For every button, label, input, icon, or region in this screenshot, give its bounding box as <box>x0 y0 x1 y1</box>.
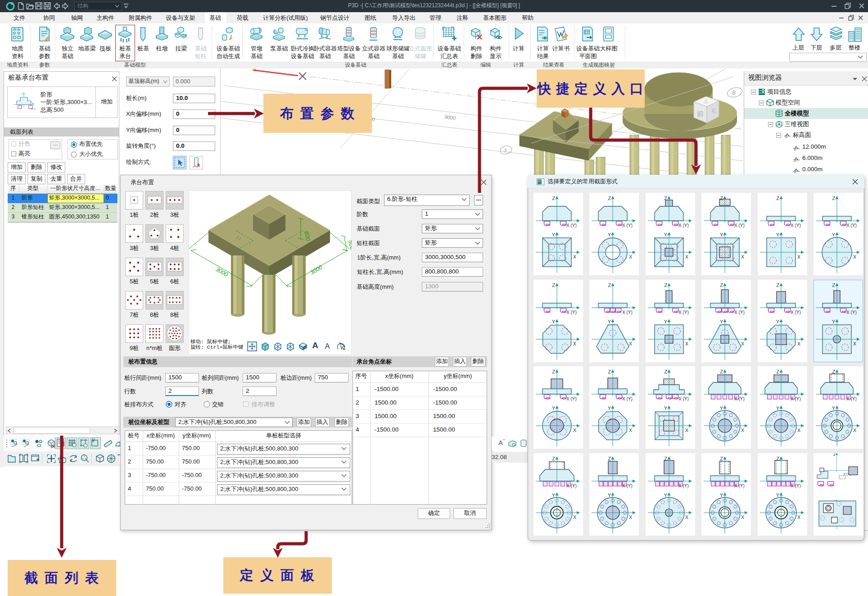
svg-text:X: X <box>685 341 688 346</box>
svg-text:X: X <box>573 428 576 433</box>
svg-text:Z: Z <box>664 456 667 461</box>
svg-text:X: X <box>685 254 688 259</box>
svg-text:X: X <box>797 514 800 520</box>
svg-text:B: B <box>732 90 736 96</box>
svg-text:X: X <box>685 514 688 520</box>
svg-text:X: X <box>573 514 576 520</box>
svg-text:X: X <box>741 254 744 259</box>
svg-text:Z: Z <box>776 456 779 461</box>
svg-text:X (Y): X (Y) <box>791 483 801 488</box>
svg-text:Z: Z <box>664 196 667 201</box>
svg-text:Z: Z <box>833 453 836 457</box>
svg-text:Y: Y <box>720 232 723 237</box>
svg-text:Z: Z <box>776 369 779 374</box>
svg-text:Y: Y <box>776 319 779 324</box>
svg-text:X (Y): X (Y) <box>734 483 745 488</box>
svg-text:Y: Y <box>552 492 555 498</box>
svg-text:X: X <box>573 341 576 346</box>
svg-text:X (Y): X (Y) <box>566 310 577 315</box>
svg-text:Z: Z <box>832 282 836 288</box>
svg-text:Z: Z <box>664 369 667 374</box>
svg-text:X: X <box>741 428 744 433</box>
svg-text:X (Y): X (Y) <box>791 396 801 401</box>
svg-text:Y: Y <box>552 232 555 237</box>
svg-text:Y: Y <box>832 319 835 324</box>
svg-text:A: A <box>682 125 686 131</box>
svg-text:X (Y): X (Y) <box>791 310 801 315</box>
svg-text:X: X <box>573 254 576 259</box>
svg-text:Y: Y <box>664 492 667 498</box>
svg-text:Z: Z <box>664 282 667 288</box>
svg-text:X (Y): X (Y) <box>846 310 857 315</box>
svg-text:X: X <box>853 341 856 346</box>
svg-text:X (Y): X (Y) <box>846 223 857 228</box>
svg-text:Z: Z <box>608 196 611 201</box>
svg-text:X: X <box>797 428 800 433</box>
svg-text:X (Y): X (Y) <box>678 223 689 228</box>
svg-text:X: X <box>741 514 744 520</box>
svg-text:Y: Y <box>608 405 611 411</box>
svg-text:Z: Z <box>720 196 723 201</box>
svg-text:Z: Z <box>552 456 556 461</box>
svg-text:X (Y): X (Y) <box>566 396 577 401</box>
svg-text:500: 500 <box>347 240 352 251</box>
svg-text:Z: Z <box>552 196 556 201</box>
svg-text:Z: Z <box>720 369 723 374</box>
svg-text:Y: Y <box>832 405 835 411</box>
svg-text:上: 上 <box>703 99 708 104</box>
svg-text:X: X <box>629 428 632 433</box>
svg-text:Z: Z <box>720 456 723 461</box>
svg-text:Z: Z <box>720 282 723 288</box>
svg-text:Y: Y <box>776 492 779 498</box>
svg-text:X: X <box>853 254 856 259</box>
svg-text:Y: Y <box>720 319 723 324</box>
svg-text:X (Y): X (Y) <box>622 396 633 401</box>
svg-text:X (Y): X (Y) <box>678 483 689 488</box>
svg-text:Z: Z <box>832 369 836 374</box>
svg-text:Y: Y <box>608 232 611 237</box>
svg-text:Y: Y <box>832 232 835 237</box>
svg-text:Z: Z <box>552 369 556 374</box>
svg-text:3: 3 <box>504 148 507 153</box>
svg-text:X: X <box>629 254 632 259</box>
svg-text:X: X <box>685 428 688 433</box>
svg-text:X: X <box>853 428 856 433</box>
svg-text:Y: Y <box>664 232 667 237</box>
svg-text:X (Y): X (Y) <box>734 396 745 401</box>
svg-text:Y: Y <box>776 232 779 237</box>
svg-text:X (Y): X (Y) <box>566 483 577 488</box>
svg-text:X (Y): X (Y) <box>622 223 633 228</box>
svg-text:X: X <box>741 341 744 346</box>
svg-text:Y: Y <box>720 405 723 411</box>
svg-text:Y: Y <box>664 319 667 324</box>
svg-text:3000: 3000 <box>215 266 230 278</box>
svg-text:Z: Z <box>776 196 779 201</box>
svg-text:X (Y): X (Y) <box>678 310 689 315</box>
svg-text:Z: Z <box>832 196 836 201</box>
svg-text:Y: Y <box>776 405 779 411</box>
svg-text:X (Y): X (Y) <box>566 223 577 228</box>
svg-text:9000: 9000 <box>444 114 457 121</box>
svg-text:Z: Z <box>608 369 611 374</box>
svg-text:X: X <box>797 254 800 259</box>
svg-text:Y: Y <box>664 405 667 411</box>
svg-text:Z: Z <box>608 282 611 288</box>
svg-text:X (Y): X (Y) <box>622 310 633 315</box>
svg-text:X (Y): X (Y) <box>622 483 633 488</box>
svg-text:右: 右 <box>711 108 717 114</box>
svg-text:X: X <box>797 341 800 346</box>
svg-text:X (Y): X (Y) <box>678 396 689 401</box>
svg-text:X (Y): X (Y) <box>846 396 857 401</box>
svg-text:X (Y): X (Y) <box>734 223 745 228</box>
svg-text:Z: Z <box>776 282 779 288</box>
svg-text:X: X <box>629 514 632 520</box>
svg-text:Y: Y <box>552 405 555 411</box>
svg-text:Y: Y <box>608 319 611 324</box>
svg-text:Y: Y <box>552 319 555 324</box>
svg-text:前: 前 <box>697 110 704 118</box>
svg-text:z: z <box>21 92 23 95</box>
svg-text:X (Y): X (Y) <box>734 310 745 315</box>
svg-text:Y: Y <box>720 492 723 498</box>
svg-text:Z: Z <box>608 456 611 461</box>
svg-text:Z: Z <box>552 282 556 288</box>
